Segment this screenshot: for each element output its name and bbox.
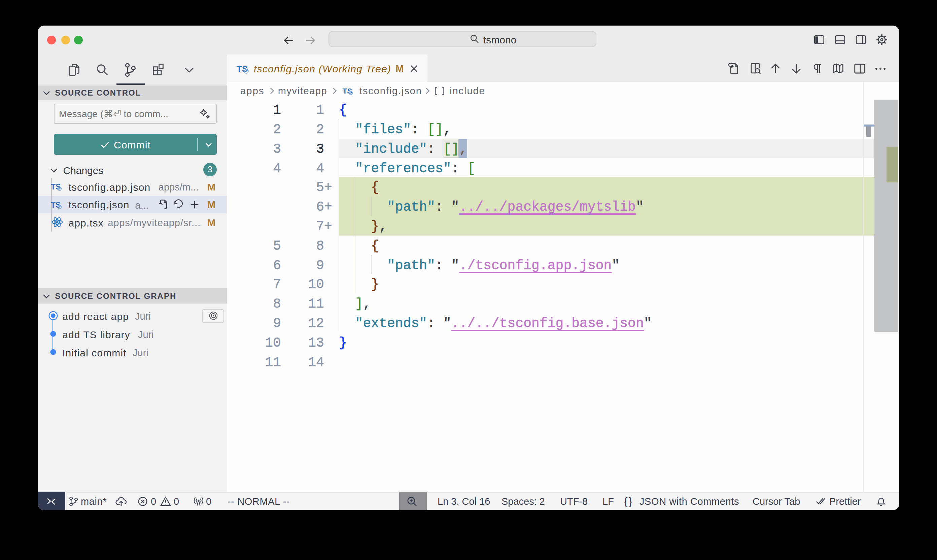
- svg-text:TS: TS: [51, 182, 61, 191]
- svg-text:TS: TS: [51, 200, 61, 209]
